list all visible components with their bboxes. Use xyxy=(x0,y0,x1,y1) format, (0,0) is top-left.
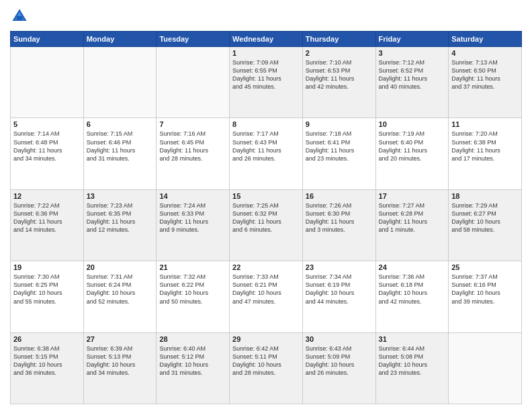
day-info: Sunrise: 7:34 AM Sunset: 6:19 PM Dayligh… xyxy=(306,273,373,306)
calendar-cell: 19Sunrise: 7:30 AM Sunset: 6:25 PM Dayli… xyxy=(11,261,84,332)
calendar-cell: 3Sunrise: 7:12 AM Sunset: 6:52 PM Daylig… xyxy=(375,47,449,118)
day-info: Sunrise: 6:43 AM Sunset: 5:09 PM Dayligh… xyxy=(306,345,373,377)
day-number: 11 xyxy=(451,120,519,128)
day-number: 10 xyxy=(379,120,446,128)
calendar-cell: 30Sunrise: 6:43 AM Sunset: 5:09 PM Dayli… xyxy=(302,332,375,404)
calendar-header-sunday: Sunday xyxy=(11,32,84,47)
day-info: Sunrise: 7:30 AM Sunset: 6:25 PM Dayligh… xyxy=(13,273,81,306)
calendar-cell xyxy=(83,47,157,118)
day-info: Sunrise: 7:14 AM Sunset: 6:48 PM Dayligh… xyxy=(13,130,81,163)
day-number: 16 xyxy=(306,192,373,200)
calendar-cell: 24Sunrise: 7:36 AM Sunset: 6:18 PM Dayli… xyxy=(375,261,449,332)
calendar-cell xyxy=(449,332,522,404)
calendar-cell: 6Sunrise: 7:15 AM Sunset: 6:46 PM Daylig… xyxy=(83,118,157,189)
day-info: Sunrise: 7:12 AM Sunset: 6:52 PM Dayligh… xyxy=(379,58,446,91)
calendar-cell: 29Sunrise: 6:42 AM Sunset: 5:11 PM Dayli… xyxy=(230,332,303,404)
day-number: 30 xyxy=(306,335,373,343)
day-info: Sunrise: 7:36 AM Sunset: 6:18 PM Dayligh… xyxy=(379,273,446,306)
calendar-cell: 7Sunrise: 7:16 AM Sunset: 6:45 PM Daylig… xyxy=(157,118,230,189)
day-info: Sunrise: 7:37 AM Sunset: 6:16 PM Dayligh… xyxy=(451,273,519,306)
day-number: 14 xyxy=(159,192,226,200)
header xyxy=(10,7,522,26)
day-number: 2 xyxy=(306,49,373,57)
calendar-cell: 16Sunrise: 7:26 AM Sunset: 6:30 PM Dayli… xyxy=(302,189,375,261)
calendar-header-saturday: Saturday xyxy=(449,32,522,47)
calendar-week-row: 26Sunrise: 6:38 AM Sunset: 5:15 PM Dayli… xyxy=(11,332,522,404)
day-number: 15 xyxy=(232,192,300,200)
day-info: Sunrise: 7:27 AM Sunset: 6:28 PM Dayligh… xyxy=(379,201,446,234)
calendar-week-row: 1Sunrise: 7:09 AM Sunset: 6:55 PM Daylig… xyxy=(11,47,522,118)
day-number: 5 xyxy=(13,120,81,128)
day-number: 22 xyxy=(232,263,300,271)
day-number: 4 xyxy=(451,49,519,57)
day-info: Sunrise: 7:33 AM Sunset: 6:21 PM Dayligh… xyxy=(232,273,300,306)
calendar-cell: 1Sunrise: 7:09 AM Sunset: 6:55 PM Daylig… xyxy=(230,47,303,118)
day-number: 20 xyxy=(87,263,154,271)
day-info: Sunrise: 7:17 AM Sunset: 6:43 PM Dayligh… xyxy=(232,130,300,163)
calendar-header-wednesday: Wednesday xyxy=(230,32,303,47)
day-number: 3 xyxy=(379,49,446,57)
day-info: Sunrise: 7:15 AM Sunset: 6:46 PM Dayligh… xyxy=(87,130,154,163)
calendar-cell: 13Sunrise: 7:23 AM Sunset: 6:35 PM Dayli… xyxy=(83,189,157,261)
day-number: 8 xyxy=(232,120,300,128)
day-number: 13 xyxy=(87,192,154,200)
day-info: Sunrise: 7:22 AM Sunset: 6:36 PM Dayligh… xyxy=(13,201,81,234)
day-info: Sunrise: 7:13 AM Sunset: 6:50 PM Dayligh… xyxy=(451,58,519,91)
day-info: Sunrise: 6:44 AM Sunset: 5:08 PM Dayligh… xyxy=(379,345,446,377)
day-info: Sunrise: 7:18 AM Sunset: 6:41 PM Dayligh… xyxy=(306,130,373,163)
page: SundayMondayTuesdayWednesdayThursdayFrid… xyxy=(0,0,532,411)
day-info: Sunrise: 6:39 AM Sunset: 5:13 PM Dayligh… xyxy=(87,345,154,377)
day-info: Sunrise: 7:29 AM Sunset: 6:27 PM Dayligh… xyxy=(451,201,519,234)
calendar-cell: 31Sunrise: 6:44 AM Sunset: 5:08 PM Dayli… xyxy=(375,332,449,404)
day-number: 25 xyxy=(451,263,519,271)
calendar-cell: 10Sunrise: 7:19 AM Sunset: 6:40 PM Dayli… xyxy=(375,118,449,189)
calendar-week-row: 19Sunrise: 7:30 AM Sunset: 6:25 PM Dayli… xyxy=(11,261,522,332)
day-number: 19 xyxy=(13,263,81,271)
day-number: 26 xyxy=(13,335,81,343)
calendar-cell: 22Sunrise: 7:33 AM Sunset: 6:21 PM Dayli… xyxy=(230,261,303,332)
calendar-cell: 9Sunrise: 7:18 AM Sunset: 6:41 PM Daylig… xyxy=(302,118,375,189)
day-info: Sunrise: 7:19 AM Sunset: 6:40 PM Dayligh… xyxy=(379,130,446,163)
calendar-cell: 4Sunrise: 7:13 AM Sunset: 6:50 PM Daylig… xyxy=(449,47,522,118)
calendar-cell: 18Sunrise: 7:29 AM Sunset: 6:27 PM Dayli… xyxy=(449,189,522,261)
day-number: 24 xyxy=(379,263,446,271)
day-number: 29 xyxy=(232,335,300,343)
calendar-table: SundayMondayTuesdayWednesdayThursdayFrid… xyxy=(10,31,522,404)
day-info: Sunrise: 7:32 AM Sunset: 6:22 PM Dayligh… xyxy=(159,273,226,306)
calendar-cell: 23Sunrise: 7:34 AM Sunset: 6:19 PM Dayli… xyxy=(302,261,375,332)
calendar-header-thursday: Thursday xyxy=(302,32,375,47)
logo-icon xyxy=(10,7,29,26)
calendar-cell: 12Sunrise: 7:22 AM Sunset: 6:36 PM Dayli… xyxy=(11,189,84,261)
calendar-cell: 5Sunrise: 7:14 AM Sunset: 6:48 PM Daylig… xyxy=(11,118,84,189)
calendar-cell: 27Sunrise: 6:39 AM Sunset: 5:13 PM Dayli… xyxy=(83,332,157,404)
day-info: Sunrise: 7:26 AM Sunset: 6:30 PM Dayligh… xyxy=(306,201,373,234)
day-number: 1 xyxy=(232,49,300,57)
day-info: Sunrise: 6:42 AM Sunset: 5:11 PM Dayligh… xyxy=(232,345,300,377)
day-number: 12 xyxy=(13,192,81,200)
calendar-cell: 14Sunrise: 7:24 AM Sunset: 6:33 PM Dayli… xyxy=(157,189,230,261)
day-number: 18 xyxy=(451,192,519,200)
day-info: Sunrise: 7:10 AM Sunset: 6:53 PM Dayligh… xyxy=(306,58,373,91)
day-number: 17 xyxy=(379,192,446,200)
day-info: Sunrise: 7:25 AM Sunset: 6:32 PM Dayligh… xyxy=(232,201,300,234)
svg-rect-2 xyxy=(17,16,22,21)
day-number: 28 xyxy=(159,335,226,343)
logo xyxy=(10,7,32,26)
day-info: Sunrise: 7:20 AM Sunset: 6:38 PM Dayligh… xyxy=(451,130,519,163)
calendar-header-friday: Friday xyxy=(375,32,449,47)
day-info: Sunrise: 6:40 AM Sunset: 5:12 PM Dayligh… xyxy=(159,345,226,377)
day-number: 31 xyxy=(379,335,446,343)
calendar-cell: 8Sunrise: 7:17 AM Sunset: 6:43 PM Daylig… xyxy=(230,118,303,189)
day-info: Sunrise: 6:38 AM Sunset: 5:15 PM Dayligh… xyxy=(13,345,81,377)
day-info: Sunrise: 7:09 AM Sunset: 6:55 PM Dayligh… xyxy=(232,58,300,91)
day-info: Sunrise: 7:16 AM Sunset: 6:45 PM Dayligh… xyxy=(159,130,226,163)
day-number: 23 xyxy=(306,263,373,271)
calendar-week-row: 5Sunrise: 7:14 AM Sunset: 6:48 PM Daylig… xyxy=(11,118,522,189)
calendar-cell: 11Sunrise: 7:20 AM Sunset: 6:38 PM Dayli… xyxy=(449,118,522,189)
day-number: 21 xyxy=(159,263,226,271)
day-info: Sunrise: 7:24 AM Sunset: 6:33 PM Dayligh… xyxy=(159,201,226,234)
calendar-week-row: 12Sunrise: 7:22 AM Sunset: 6:36 PM Dayli… xyxy=(11,189,522,261)
calendar-cell xyxy=(157,47,230,118)
calendar-cell: 15Sunrise: 7:25 AM Sunset: 6:32 PM Dayli… xyxy=(230,189,303,261)
calendar-cell: 28Sunrise: 6:40 AM Sunset: 5:12 PM Dayli… xyxy=(157,332,230,404)
